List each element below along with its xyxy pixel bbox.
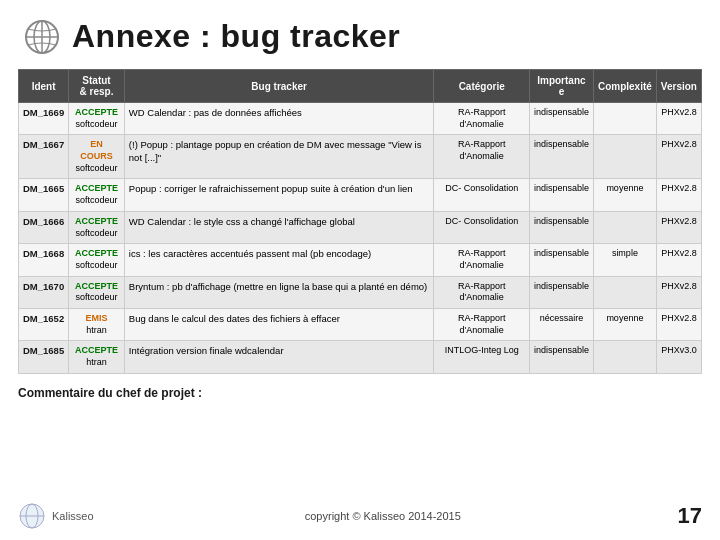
cell-ident: DM_1668 xyxy=(19,244,69,276)
cell-statut: ACCEPTEsoftcodeur xyxy=(69,103,125,135)
cell-ident: DM_1667 xyxy=(19,135,69,179)
cell-importance: indispensable xyxy=(529,244,593,276)
cell-complexite: simple xyxy=(593,244,656,276)
cell-categorie: INTLOG-Integ Log xyxy=(434,341,529,373)
cell-version: PHXv2.8 xyxy=(656,308,701,340)
table-row: DM_1669ACCEPTEsoftcodeurWD Calendar : pa… xyxy=(19,103,702,135)
table-row: DM_1668ACCEPTEsoftcodeurics : les caract… xyxy=(19,244,702,276)
col-version: Version xyxy=(656,70,701,103)
cell-ident: DM_1666 xyxy=(19,211,69,243)
col-ident: Ident xyxy=(19,70,69,103)
col-statut: Statut& resp. xyxy=(69,70,125,103)
cell-importance: indispensable xyxy=(529,135,593,179)
table-row: DM_1652EMIShtranBug dans le calcul des d… xyxy=(19,308,702,340)
footer-page-number: 17 xyxy=(672,503,702,529)
footer-copyright: copyright © Kalisseo 2014-2015 xyxy=(94,510,672,522)
cell-statut: EN COURSsoftcodeur xyxy=(69,135,125,179)
cell-version: PHXv2.8 xyxy=(656,135,701,179)
cell-complexite xyxy=(593,341,656,373)
col-complexite: Complexité xyxy=(593,70,656,103)
cell-categorie: DC- Consolidation xyxy=(434,211,529,243)
col-categorie: Catégorie xyxy=(434,70,529,103)
col-importance: Importance xyxy=(529,70,593,103)
table-row: DM_1667EN COURSsoftcodeur(!) Popup : pla… xyxy=(19,135,702,179)
table-row: DM_1685ACCEPTEhtranIntégration version f… xyxy=(19,341,702,373)
table-row: DM_1670ACCEPTEsoftcodeurBryntum : pb d'a… xyxy=(19,276,702,308)
cell-version: PHXv2.8 xyxy=(656,179,701,211)
cell-bug-tracker: WD Calendar : le style css a changé l'af… xyxy=(124,211,434,243)
cell-categorie: RA-Rapport d'Anomalie xyxy=(434,103,529,135)
cell-ident: DM_1685 xyxy=(19,341,69,373)
cell-ident: DM_1652 xyxy=(19,308,69,340)
bug-tracker-table-container: Ident Statut& resp. Bug tracker Catégori… xyxy=(0,69,720,374)
cell-importance: nécessaire xyxy=(529,308,593,340)
cell-bug-tracker: Bryntum : pb d'affichage (mettre en lign… xyxy=(124,276,434,308)
table-row: DM_1665ACCEPTEsoftcodeurPopup : corriger… xyxy=(19,179,702,211)
cell-complexite: moyenne xyxy=(593,308,656,340)
cell-bug-tracker: WD Calendar : pas de données affichées xyxy=(124,103,434,135)
globe-icon xyxy=(24,19,60,55)
cell-bug-tracker: Intégration version finale wdcalendar xyxy=(124,341,434,373)
cell-bug-tracker: Bug dans le calcul des dates des fichier… xyxy=(124,308,434,340)
bug-tracker-table: Ident Statut& resp. Bug tracker Catégori… xyxy=(18,69,702,374)
cell-ident: DM_1670 xyxy=(19,276,69,308)
cell-ident: DM_1665 xyxy=(19,179,69,211)
cell-statut: ACCEPTEsoftcodeur xyxy=(69,276,125,308)
cell-version: PHXv3.0 xyxy=(656,341,701,373)
cell-statut: ACCEPTEhtran xyxy=(69,341,125,373)
cell-bug-tracker: Popup : corriger le rafraichissement pop… xyxy=(124,179,434,211)
cell-categorie: RA-Rapport d'Anomalie xyxy=(434,276,529,308)
cell-version: PHXv2.8 xyxy=(656,103,701,135)
cell-importance: indispensable xyxy=(529,179,593,211)
cell-importance: indispensable xyxy=(529,103,593,135)
cell-categorie: RA-Rapport d'Anomalie xyxy=(434,135,529,179)
page-title: Annexe : bug tracker xyxy=(72,18,400,55)
cell-statut: ACCEPTEsoftcodeur xyxy=(69,244,125,276)
cell-complexite: moyenne xyxy=(593,179,656,211)
page-footer: Kalisseo copyright © Kalisseo 2014-2015 … xyxy=(0,502,720,530)
cell-importance: indispensable xyxy=(529,211,593,243)
cell-bug-tracker: ics : les caractères accentués passent m… xyxy=(124,244,434,276)
cell-version: PHXv2.8 xyxy=(656,211,701,243)
cell-statut: ACCEPTEsoftcodeur xyxy=(69,211,125,243)
cell-importance: indispensable xyxy=(529,341,593,373)
cell-categorie: DC- Consolidation xyxy=(434,179,529,211)
cell-ident: DM_1669 xyxy=(19,103,69,135)
cell-categorie: RA-Rapport d'Anomalie xyxy=(434,308,529,340)
cell-complexite xyxy=(593,103,656,135)
cell-complexite xyxy=(593,276,656,308)
cell-categorie: RA-Rapport d'Anomalie xyxy=(434,244,529,276)
cell-statut: ACCEPTEsoftcodeur xyxy=(69,179,125,211)
cell-version: PHXv2.8 xyxy=(656,276,701,308)
kalisseo-text: Kalisseo xyxy=(52,510,94,522)
commentaire-label: Commentaire du chef de projet : xyxy=(0,374,720,404)
table-row: DM_1666ACCEPTEsoftcodeurWD Calendar : le… xyxy=(19,211,702,243)
kalisseo-logo-icon xyxy=(18,502,46,530)
col-bug-tracker: Bug tracker xyxy=(124,70,434,103)
cell-bug-tracker: (!) Popup : plantage popup en création d… xyxy=(124,135,434,179)
footer-logo: Kalisseo xyxy=(18,502,94,530)
cell-statut: EMIShtran xyxy=(69,308,125,340)
cell-version: PHXv2.8 xyxy=(656,244,701,276)
page-header: Annexe : bug tracker xyxy=(0,0,720,65)
cell-importance: indispensable xyxy=(529,276,593,308)
cell-complexite xyxy=(593,211,656,243)
cell-complexite xyxy=(593,135,656,179)
